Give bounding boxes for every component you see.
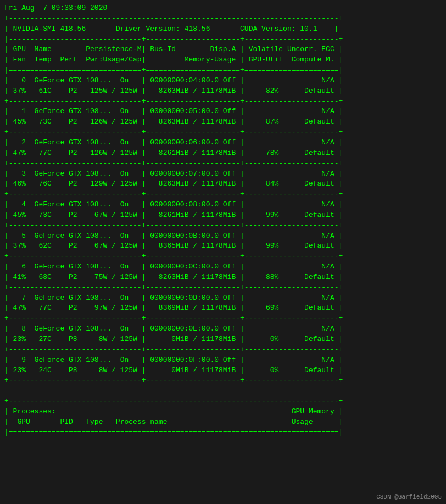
terminal-output: Fri Aug 7 09:33:09 2020 +---------------… — [4, 3, 442, 438]
watermark-label: CSDN-@Garfield2005 — [376, 493, 442, 502]
